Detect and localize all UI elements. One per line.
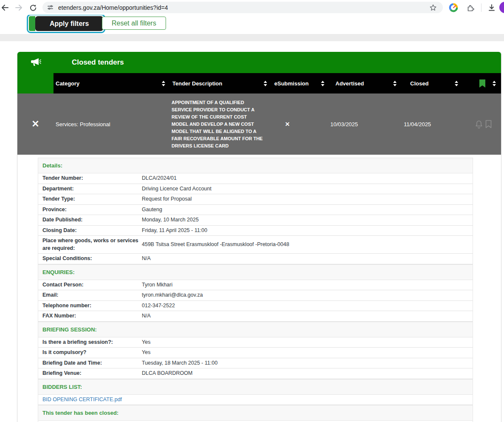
detail-row: Tender Type:Request for Proposal [38, 194, 473, 205]
column-label: Closed [410, 80, 428, 87]
closed-tenders-card: Closed tenders Category Tender Descripti… [17, 52, 501, 422]
detail-value: DLCA/2024/01 [142, 173, 473, 184]
sort-icon[interactable] [162, 81, 165, 86]
section-heading: BRIEFING SESSION: [38, 322, 473, 337]
detail-row: Is it compulsory?Yes [38, 348, 473, 358]
speedometer-extension-icon[interactable] [448, 3, 459, 13]
filter-actions-band: Apply filters Reset all filters [0, 15, 504, 34]
detail-label: Contact Person: [38, 280, 142, 290]
table-header-row: Category Tender Description eSubmission … [17, 73, 501, 93]
tender-description: APPOINTMENT OF A QUALIFIED SERVICE PROVI… [170, 96, 263, 153]
no-esubmission-icon: ✕ [272, 121, 290, 127]
detail-value: Driving Licence Card Account [142, 184, 473, 194]
refresh-icon[interactable] [28, 3, 38, 13]
document-link[interactable]: BID OPENING CERTIFICATE.pdf [42, 397, 122, 402]
detail-label: Province: [38, 205, 142, 215]
detail-row: Is there a briefing session?:Yes [38, 337, 473, 348]
closed-date: 11/04/2025 [402, 93, 463, 155]
detail-label: Closing Date: [38, 226, 142, 236]
column-label: Advertised [335, 80, 364, 87]
profile-avatar[interactable] [499, 2, 504, 13]
tender-row-expanded: ✕ Services: Professional APPOINTMENT OF … [17, 93, 501, 155]
detail-value: 012-347-2522 [142, 301, 473, 311]
download-icon[interactable] [487, 3, 497, 13]
sort-icon[interactable] [393, 81, 397, 86]
detail-value: Tuesday, 18 March 2025 - 11:00 [142, 358, 473, 368]
apply-filters-button[interactable]: Apply filters [27, 14, 105, 33]
detail-label: Telephone number: [38, 301, 142, 311]
column-header-description[interactable]: Tender Description [170, 73, 272, 93]
column-header-category[interactable]: Category [53, 73, 170, 93]
url-text[interactable]: etenders.gov.za/Home/opportunities?id=4 [58, 4, 439, 11]
back-icon[interactable] [0, 3, 10, 13]
card-title-bar: Closed tenders [17, 52, 501, 73]
column-label: eSubmission [274, 80, 309, 87]
bookmark-filled-icon [479, 79, 485, 88]
detail-value: Auto-Closed: Closing Date Expired [142, 421, 473, 422]
section-heading: BIDDERS LIST: [38, 379, 473, 395]
detail-label: Place where goods, works or services are… [38, 236, 142, 253]
extensions-puzzle-icon[interactable] [465, 3, 476, 13]
bookmark-star-icon[interactable] [428, 3, 438, 13]
megaphone-icon [17, 58, 53, 67]
column-header-closed[interactable]: Closed [402, 73, 463, 93]
detail-label: Department: [38, 184, 142, 194]
detail-value: N/A [142, 254, 473, 264]
detail-row: Date Published:Monday, 10 March 2025 [38, 215, 473, 226]
detail-label: Reason: [38, 421, 142, 422]
detail-value: Friday, 11 April 2025 - 11:00 [142, 226, 473, 236]
expand-column-header [17, 73, 53, 93]
apply-filters-accent [29, 16, 35, 31]
detail-value: tyron.mkhari@dlca.gov.za [142, 290, 473, 300]
detail-row: Email:tyron.mkhari@dlca.gov.za [38, 290, 473, 301]
detail-label: FAX Number: [38, 311, 142, 321]
detail-value: Yes [142, 337, 473, 348]
detail-row: Telephone number:012-347-2522 [38, 301, 473, 312]
page-title: Closed tenders [72, 58, 124, 67]
document-link-row: BID OPENING CERTIFICATE.pdf [38, 395, 473, 405]
sort-icon[interactable] [493, 81, 496, 86]
detail-label: Date Published: [38, 215, 142, 225]
detail-label: Tender Number: [38, 173, 142, 184]
sort-icon[interactable] [455, 81, 458, 86]
detail-value: Request for Proposal [142, 194, 473, 204]
detail-value: DLCA BOARDROOM [142, 368, 473, 379]
collapse-row-button[interactable]: ✕ [17, 93, 53, 155]
detail-value: Monday, 10 March 2025 [142, 215, 473, 225]
column-header-favourites[interactable] [463, 73, 501, 93]
browser-toolbar: etenders.gov.za/Home/opportunities?id=4 [0, 0, 504, 15]
notify-bell-icon[interactable] [475, 120, 483, 129]
detail-label: Email: [38, 290, 142, 300]
column-header-advertised[interactable]: Advertised [329, 73, 402, 93]
detail-row: FAX Number:N/A [38, 311, 473, 322]
apply-filters-label: Apply filters [35, 16, 103, 31]
detail-row: Place where goods, works or services are… [38, 236, 473, 254]
detail-row: Tender Number:DLCA/2024/01 [38, 173, 473, 184]
address-bar[interactable]: etenders.gov.za/Home/opportunities?id=4 [42, 2, 443, 13]
section-heading: This tender has been closed: [38, 405, 473, 421]
detail-value: Yes [142, 348, 473, 358]
filters-panel-edge [0, 34, 504, 41]
reset-filters-button[interactable]: Reset all filters [102, 17, 166, 30]
forward-icon[interactable] [14, 3, 24, 13]
detail-label: Is it compulsory? [38, 348, 142, 358]
sort-icon[interactable] [321, 81, 324, 86]
column-label: Tender Description [172, 80, 222, 87]
detail-row: Contact Person:Tyron Mkhari [38, 280, 473, 291]
detail-row: Briefing Date and Time:Tuesday, 18 March… [38, 358, 473, 369]
column-label: Category [56, 80, 79, 87]
detail-value: 459B Tsitsa Street Erasmuskloof -Erasmus… [142, 240, 473, 250]
sort-icon[interactable] [264, 81, 267, 86]
detail-row: Department:Driving Licence Card Account [38, 184, 473, 195]
favourite-bookmark-icon[interactable] [485, 120, 492, 128]
section-heading: Details: [38, 158, 473, 173]
detail-row: Reason:Auto-Closed: Closing Date Expired [38, 421, 473, 422]
detail-row: Special Conditions:N/A [38, 254, 473, 264]
detail-label: Is there a briefing session?: [38, 337, 142, 348]
column-header-esubmission[interactable]: eSubmission [272, 73, 329, 93]
site-info-icon[interactable] [47, 4, 54, 11]
advertised-date: 10/03/2025 [329, 93, 402, 155]
detail-value: Tyron Mkhari [142, 280, 473, 290]
tender-category: Services: Professional [53, 93, 170, 155]
detail-label: Briefing Venue: [38, 368, 142, 379]
